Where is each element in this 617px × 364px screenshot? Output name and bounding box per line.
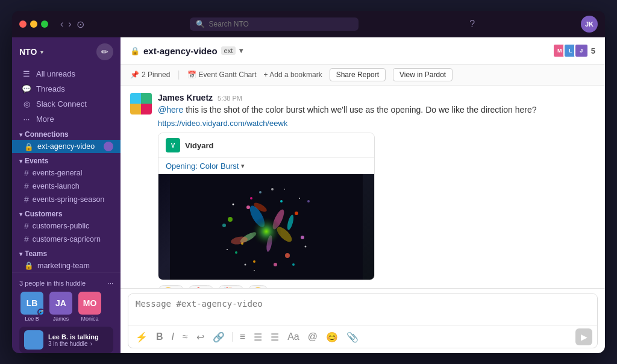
author-avatar xyxy=(130,93,152,115)
toolbar-divider xyxy=(232,332,233,342)
gantt-label: Event Gantt Chart xyxy=(199,71,257,79)
events-label: Events xyxy=(25,157,48,165)
customers-label: Customers xyxy=(25,210,63,218)
attach-button[interactable]: ⚡ xyxy=(133,330,150,344)
share-report-button[interactable]: Share Report xyxy=(330,68,386,81)
svg-point-11 xyxy=(253,260,255,263)
channel-dropdown-icon[interactable]: ▾ xyxy=(239,46,243,55)
connections-arrow-icon: ▾ xyxy=(19,131,22,138)
minimize-button[interactable] xyxy=(30,20,37,28)
sidebar: NTO ▾ ✏ ☰ All unreads 💬 Threads ◎ Slack … xyxy=(12,37,121,353)
history-button[interactable]: ⊙ xyxy=(77,19,84,30)
sidebar-item-customers-public[interactable]: # customers-public xyxy=(12,219,121,233)
threads-icon: 💬 xyxy=(22,84,31,93)
huddle-member-monica: MO Monica xyxy=(77,292,102,322)
message-input[interactable] xyxy=(128,294,597,323)
event-gantt-chart[interactable]: 📅 Event Gantt Chart xyxy=(187,71,257,79)
message-link[interactable]: https://video.vidyard.com/watch/eewk xyxy=(158,119,595,128)
message-input-box: ⚡ B I ≈ ↩ 🔗 ≡ ☰ ☰ Aa @ 😊 📎 ▶ xyxy=(128,293,598,348)
compose-button[interactable]: ✏ xyxy=(96,43,113,60)
sidebar-item-events-spring-season[interactable]: # events-spring-season xyxy=(12,193,121,206)
talking-info: Lee B. is talking 3 in the huddle › xyxy=(48,333,99,347)
sidebar-item-events-launch[interactable]: # events-launch xyxy=(12,180,121,193)
svg-point-10 xyxy=(274,263,277,266)
format-button[interactable]: Aa xyxy=(285,330,302,344)
help-button[interactable]: ? xyxy=(469,19,475,30)
vidyard-thumbnail[interactable] xyxy=(158,174,374,280)
member-count[interactable]: 5 xyxy=(591,46,595,55)
back-button[interactable]: ‹ xyxy=(60,19,63,30)
message-text: @here this is the shot of the color burs… xyxy=(158,104,595,116)
huddle-count: 3 people in this huddle xyxy=(19,280,86,287)
sidebar-section-connections[interactable]: ▾ Connections xyxy=(12,127,121,140)
sidebar-item-customers-capricorn[interactable]: # customers-capricorn xyxy=(12,233,121,246)
ordered-list-button[interactable]: ☰ xyxy=(251,330,265,344)
vidyard-title-row[interactable]: Opening: Color Burst ▾ xyxy=(158,158,374,174)
forward-button[interactable]: › xyxy=(68,19,71,30)
hash-icon-2: # xyxy=(24,181,29,191)
workspace-header[interactable]: NTO ▾ ✏ xyxy=(12,37,121,66)
pinned-count[interactable]: 📌 2 Pinned xyxy=(130,71,170,79)
indent-button[interactable]: ☰ xyxy=(268,330,281,344)
sidebar-item-marketing-team[interactable]: 🔒 marketing-team xyxy=(12,259,121,272)
sidebar-section-customers[interactable]: ▾ Customers xyxy=(12,206,121,219)
customers-public-label: customers-public xyxy=(33,222,89,230)
teams-label: Teams xyxy=(25,249,47,258)
channel-title: 🔒 ext-agency-video ext ▾ xyxy=(130,46,243,56)
user-avatar[interactable]: JK xyxy=(581,16,598,33)
customers-arrow-icon: ▾ xyxy=(19,211,22,218)
huddle-options-button[interactable]: ··· xyxy=(108,280,113,287)
sidebar-item-all-unreads[interactable]: ☰ All unreads xyxy=(14,67,118,81)
all-unreads-icon: ☰ xyxy=(22,69,31,78)
james-name: James xyxy=(48,316,74,322)
app-window: ‹ › ⊙ 🔍 ? JK NTO ▾ ✏ ☰ All unreads 💬 Thr… xyxy=(12,11,605,353)
traffic-lights xyxy=(19,20,48,28)
avatar-group: M L J xyxy=(553,43,589,58)
strikethrough-button[interactable]: ≈ xyxy=(180,330,190,344)
svg-point-25 xyxy=(233,204,234,206)
bold-button[interactable]: B xyxy=(154,330,166,344)
search-bar[interactable]: 🔍 xyxy=(190,17,359,31)
view-in-pardot-button[interactable]: View in Pardot xyxy=(393,68,453,81)
maximize-button[interactable] xyxy=(41,20,48,28)
send-button[interactable]: ▶ xyxy=(575,328,592,345)
huddle-header: 3 people in this huddle ··· xyxy=(17,277,116,289)
list-button[interactable]: ≡ xyxy=(237,330,248,344)
teams-arrow-icon: ▾ xyxy=(19,251,22,257)
svg-point-28 xyxy=(227,249,228,250)
external-indicator xyxy=(104,142,113,151)
undo-button[interactable]: ↩ xyxy=(194,330,207,344)
svg-point-31 xyxy=(284,189,285,190)
sidebar-item-ext-agency-video[interactable]: 🔒 ext-agency-video xyxy=(12,140,121,153)
huddle-talking-bar[interactable]: Lee B. is talking 3 in the huddle › xyxy=(19,327,113,353)
channel-lock-icon: 🔒 xyxy=(130,46,140,55)
svg-point-24 xyxy=(251,216,281,246)
svg-point-27 xyxy=(305,246,307,248)
sidebar-item-more[interactable]: ··· More xyxy=(14,112,118,126)
sidebar-section-teams[interactable]: ▾ Teams xyxy=(12,246,121,259)
link-button[interactable]: 🔗 xyxy=(210,330,227,344)
pin-icon: 📌 xyxy=(130,71,139,79)
lock-icon: 🔒 xyxy=(24,142,34,151)
mention-button[interactable]: @ xyxy=(305,330,320,344)
attach-file-button[interactable]: 📎 xyxy=(344,330,361,344)
vidyard-dropdown-icon: ▾ xyxy=(241,162,245,170)
sidebar-item-threads[interactable]: 💬 Threads xyxy=(14,82,118,96)
close-button[interactable] xyxy=(19,20,27,28)
sidebar-item-events-general[interactable]: # events-general xyxy=(12,166,121,180)
sidebar-item-slack-connect[interactable]: ◎ Slack Connect xyxy=(14,97,118,111)
threads-label: Threads xyxy=(36,84,65,93)
vidyard-logo: V xyxy=(166,138,180,152)
svg-point-2 xyxy=(280,200,283,202)
italic-button[interactable]: I xyxy=(169,330,177,344)
events-arrow-icon: ▾ xyxy=(19,158,22,165)
svg-point-4 xyxy=(295,212,298,215)
all-unreads-label: All unreads xyxy=(36,69,75,78)
search-input[interactable] xyxy=(208,20,352,28)
mention-here: @here xyxy=(158,105,183,115)
sidebar-section-events[interactable]: ▾ Events xyxy=(12,153,121,166)
gantt-icon: 📅 xyxy=(187,71,196,79)
main-layout: NTO ▾ ✏ ☰ All unreads 💬 Threads ◎ Slack … xyxy=(12,37,605,353)
add-bookmark[interactable]: + Add a bookmark xyxy=(264,71,322,79)
emoji-button[interactable]: 😊 xyxy=(324,330,340,344)
